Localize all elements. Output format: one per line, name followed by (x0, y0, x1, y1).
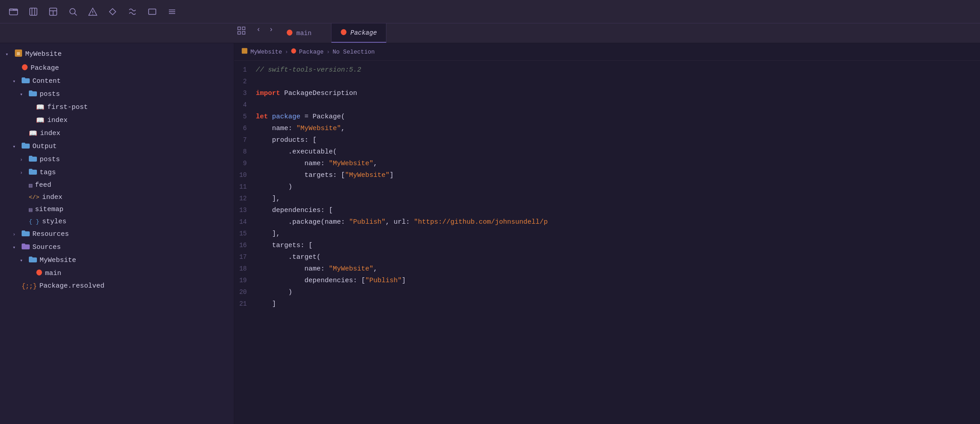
code-line-20: 20 ) (234, 287, 980, 298)
sidebar-item-tags[interactable]: tags (0, 166, 234, 179)
breadcrumb-no-selection[interactable]: No Selection (332, 49, 375, 55)
tab-package[interactable]: Package (331, 23, 386, 43)
sidebar-item-sources[interactable]: Sources (0, 241, 234, 254)
folder-icon (22, 77, 30, 86)
breakpoint-icon[interactable] (106, 5, 119, 18)
sidebar-item-posts-folder[interactable]: posts (0, 88, 234, 101)
line-num-19: 19 (234, 277, 256, 284)
code-content-21: ] (256, 298, 276, 310)
tab-nav-next[interactable]: › (265, 23, 277, 36)
tab-nav-prev[interactable]: ‹ (252, 23, 265, 36)
code-line-9: 9 name: "MyWebsite", (234, 158, 980, 170)
line-num-6: 6 (234, 125, 256, 132)
book-icon: 📖 (29, 129, 37, 138)
inspect-icon[interactable] (27, 5, 40, 18)
sidebar-item-styles[interactable]: { } styles (0, 216, 234, 228)
breadcrumb-project-icon (241, 48, 248, 56)
code-content-9: name: "MyWebsite", (256, 158, 377, 170)
warning-icon[interactable] (86, 5, 99, 18)
svg-rect-21 (242, 48, 247, 54)
code-line-2: 2 (234, 76, 980, 88)
code-area[interactable]: 1 // swift-tools-version:5.2 2 3 import … (234, 61, 980, 424)
breadcrumb-swift-icon (291, 48, 296, 55)
sidebar-label-first-post: first-post (47, 104, 228, 111)
search-icon[interactable] (67, 5, 79, 18)
line-num-21: 21 (234, 300, 256, 307)
code-content-19: dependencies: ["Publish"] (256, 275, 406, 287)
sidebar-label-package-resolved: Package.resolved (40, 282, 228, 290)
folder-icon[interactable] (7, 5, 20, 18)
line-num-8: 8 (234, 148, 256, 155)
sidebar-item-mywebsite-sources[interactable]: MyWebsite (0, 254, 234, 267)
code-line-14: 14 .package(name: "Publish", url: "https… (234, 217, 980, 228)
breadcrumb-mywebsite[interactable]: MyWebsite (250, 49, 282, 55)
tag-icon[interactable] (146, 5, 159, 18)
code-content-8: .executable( (256, 146, 337, 158)
sidebar-label-feed: feed (35, 181, 228, 189)
line-num-11: 11 (234, 183, 256, 190)
code-content-5: let package = Package( (256, 111, 345, 123)
line-num-17: 17 (234, 253, 256, 261)
feed-icon: ▤ (29, 182, 32, 189)
code-line-13: 13 dependencies: [ (234, 205, 980, 217)
sidebar-item-package-swift[interactable]: Package (0, 62, 234, 75)
folder-icon (22, 142, 30, 151)
swift-icon-package (340, 29, 347, 37)
sidebar-item-mywebsite[interactable]: ⊞ MyWebsite (0, 47, 234, 62)
variable-icon[interactable] (126, 5, 139, 18)
book-icon: 📖 (36, 116, 45, 125)
code-content-10: targets: ["MyWebsite"] (256, 170, 394, 181)
code-content-20: ) (256, 287, 292, 298)
line-num-3: 3 (234, 90, 256, 97)
chevron-icon (13, 244, 19, 250)
code-line-10: 10 targets: ["MyWebsite"] (234, 170, 980, 181)
line-num-10: 10 (234, 171, 256, 179)
sidebar-item-output[interactable]: Output (0, 140, 234, 153)
lines-icon[interactable] (166, 5, 178, 18)
line-num-2: 2 (234, 78, 256, 85)
breadcrumb-sep-2: › (327, 49, 330, 55)
code-line-5: 5 let package = Package( (234, 111, 980, 123)
tab-main[interactable]: main (277, 23, 331, 43)
swift-icon (36, 269, 42, 278)
sidebar-item-posts-output[interactable]: posts (0, 153, 234, 166)
hierarchy-icon[interactable] (47, 5, 59, 18)
tab-grid-button[interactable] (234, 23, 249, 38)
breadcrumb-package[interactable]: Package (299, 49, 324, 55)
svg-rect-18 (242, 32, 245, 34)
line-num-1: 1 (234, 66, 256, 73)
sidebar-item-index-output[interactable]: </> index (0, 191, 234, 203)
chevron-icon (5, 51, 12, 57)
sidebar-item-package-resolved[interactable]: {;;} Package.resolved (0, 280, 234, 292)
svg-point-10 (92, 14, 93, 14)
code-content-18: name: "MyWebsite", (256, 263, 377, 275)
sidebar: ⊞ MyWebsite Package Content pos (0, 43, 234, 424)
code-line-11: 11 ) (234, 181, 980, 193)
sidebar-item-main-swift[interactable]: main (0, 267, 234, 280)
sidebar-item-feed[interactable]: ▤ feed (0, 179, 234, 191)
sidebar-item-sitemap[interactable]: ▤ sitemap (0, 203, 234, 216)
sidebar-item-content[interactable]: Content (0, 75, 234, 88)
sidebar-item-index-content[interactable]: 📖 index (0, 127, 234, 140)
sidebar-label-package-swift: Package (31, 64, 228, 72)
sidebar-label-output: Output (32, 143, 228, 150)
code-content-4 (256, 99, 260, 111)
code-line-15: 15 ], (234, 228, 980, 240)
code-content-14: .package(name: "Publish", url: "https://… (256, 217, 548, 228)
chevron-icon (20, 157, 26, 162)
sidebar-label-sources: Sources (32, 244, 228, 251)
svg-rect-11 (149, 9, 156, 14)
code-content-6: name: "MyWebsite", (256, 123, 345, 135)
sidebar-item-index-posts[interactable]: 📖 index (0, 114, 234, 127)
sidebar-item-resources[interactable]: Resources (0, 228, 234, 241)
line-num-4: 4 (234, 101, 256, 108)
code-line-1: 1 // swift-tools-version:5.2 (234, 64, 980, 76)
chevron-icon (20, 257, 26, 263)
folder-icon (29, 90, 37, 99)
sidebar-label-styles: styles (42, 218, 228, 226)
project-icon: ⊞ (14, 49, 23, 59)
sidebar-item-first-post[interactable]: 📖 first-post (0, 101, 234, 114)
sidebar-label-resources: Resources (32, 230, 228, 238)
line-num-16: 16 (234, 242, 256, 249)
code-content-1: // swift-tools-version:5.2 (256, 64, 361, 76)
